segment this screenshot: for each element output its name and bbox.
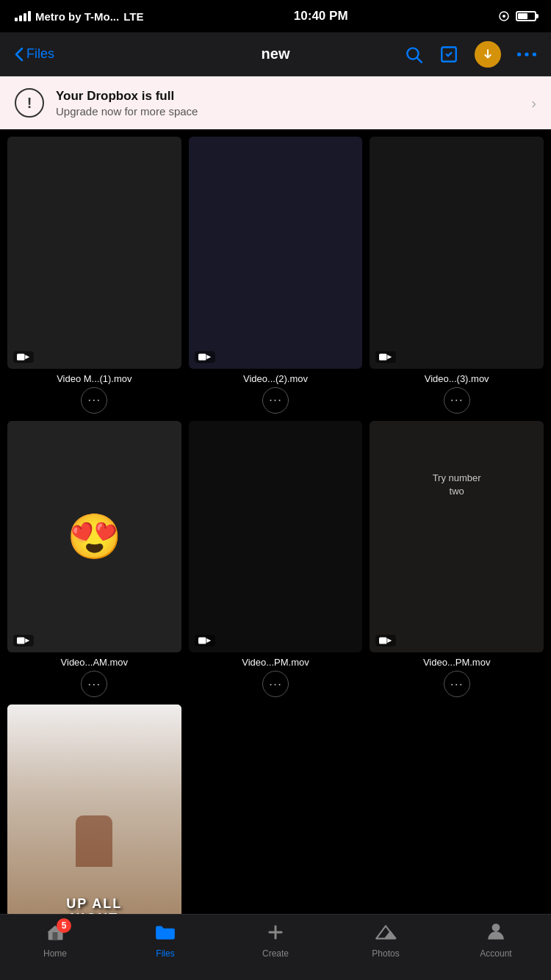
back-label: Files [26, 46, 54, 62]
banner-chevron-icon: › [531, 95, 536, 112]
svg-line-3 [417, 57, 422, 62]
folder-icon [154, 922, 176, 943]
thumbnail[interactable]: 😍 [7, 421, 181, 653]
svg-rect-12 [379, 353, 387, 360]
svg-rect-16 [198, 638, 206, 644]
status-bar: Metro by T-Mo... LTE 10:40 PM [0, 0, 551, 32]
video-badge [195, 351, 215, 363]
thumbnail[interactable] [7, 137, 181, 369]
more-icon[interactable] [517, 51, 536, 58]
network-label: LTE [123, 10, 143, 23]
svg-marker-25 [384, 931, 397, 939]
file-name: Video M...(1).mov [57, 373, 132, 384]
file-grid: Video M...(1).mov ··· Video...(2).mov ··… [0, 129, 551, 980]
location-icon [498, 10, 510, 22]
video-badge [13, 351, 34, 363]
carrier-label: Metro by T-Mo... [35, 10, 119, 23]
more-options-button[interactable]: ··· [81, 387, 107, 414]
more-options-button[interactable]: ··· [444, 671, 470, 697]
select-icon[interactable] [439, 45, 458, 64]
search-icon[interactable] [404, 45, 423, 64]
home-badge: 5 [57, 918, 71, 933]
svg-marker-19 [388, 638, 392, 643]
tab-create[interactable]: Create [246, 922, 305, 959]
list-item: Video M...(1).mov ··· [7, 137, 181, 414]
more-options-button[interactable]: ··· [262, 387, 289, 414]
warning-icon: ! [15, 88, 44, 118]
more-options-button[interactable]: ··· [444, 387, 470, 414]
back-chevron-icon [15, 47, 24, 62]
plus-icon [265, 922, 286, 943]
tab-account[interactable]: Account [467, 922, 525, 959]
more-options-button[interactable]: ··· [262, 671, 289, 697]
banner-title: Your Dropbox is full [56, 89, 531, 104]
tab-create-label: Create [262, 948, 289, 959]
video-badge [13, 635, 34, 646]
dropbox-full-banner[interactable]: ! Your Dropbox is full Upgrade now for m… [0, 76, 551, 129]
file-name: Video...PM.mov [423, 657, 491, 668]
nav-actions [404, 41, 536, 68]
signal-icon [15, 11, 31, 21]
svg-point-26 [492, 923, 500, 932]
svg-rect-8 [17, 353, 25, 360]
more-options-button[interactable]: ··· [81, 671, 107, 697]
tab-files-label: Files [156, 948, 174, 959]
svg-point-1 [503, 15, 505, 18]
download-button[interactable] [475, 41, 501, 68]
video-badge [375, 635, 396, 646]
svg-marker-17 [206, 638, 211, 643]
svg-rect-18 [379, 638, 387, 644]
main-content: Video M...(1).mov ··· Video...(2).mov ··… [0, 129, 551, 980]
battery-icon [516, 11, 536, 21]
video-badge [375, 351, 396, 363]
svg-marker-15 [25, 638, 29, 643]
banner-subtitle: Upgrade now for more space [56, 105, 531, 118]
list-item: Video...PM.mov ··· [189, 421, 363, 698]
svg-rect-14 [17, 638, 25, 644]
nav-bar: Files new [0, 32, 551, 76]
video-badge [195, 635, 215, 646]
banner-text: Your Dropbox is full Upgrade now for mor… [56, 89, 531, 118]
svg-marker-9 [25, 355, 29, 359]
mountain-icon [375, 922, 397, 943]
list-item: Video...(2).mov ··· [189, 137, 363, 414]
download-icon [481, 48, 494, 61]
thumbnail[interactable] [370, 137, 544, 369]
svg-rect-10 [198, 353, 206, 360]
svg-marker-13 [388, 355, 392, 359]
file-name: Video...PM.mov [242, 657, 309, 668]
nav-title: new [262, 46, 290, 62]
list-item: Video...(3).mov ··· [370, 137, 544, 414]
file-name: Video...(3).mov [425, 373, 489, 384]
tab-photos-label: Photos [372, 948, 399, 959]
tab-photos[interactable]: Photos [356, 922, 415, 959]
svg-marker-11 [206, 355, 211, 359]
person-icon [486, 922, 505, 943]
tab-files[interactable]: Files [136, 922, 195, 959]
tab-bar: 5 Home Files Create Photos [0, 914, 551, 980]
thumbnail[interactable]: UP ALLNIGHT [7, 705, 181, 937]
thumbnail[interactable] [189, 137, 363, 369]
file-name: Video...AM.mov [61, 657, 129, 668]
list-item: Try numbertwo Video...PM.mov ··· [370, 421, 544, 698]
tab-home-label: Home [43, 948, 67, 959]
svg-point-5 [517, 52, 521, 56]
file-name: Video...(2).mov [243, 373, 308, 384]
list-item: 😍 Video...AM.mov ··· [7, 421, 181, 698]
thumbnail[interactable] [189, 421, 363, 653]
tab-account-label: Account [480, 948, 511, 959]
time-label: 10:40 PM [294, 9, 348, 24]
thumbnail[interactable]: Try numbertwo [370, 421, 544, 653]
back-button[interactable]: Files [15, 46, 88, 62]
svg-point-7 [533, 52, 536, 56]
tab-home[interactable]: 5 Home [26, 922, 84, 959]
svg-point-6 [525, 52, 528, 56]
